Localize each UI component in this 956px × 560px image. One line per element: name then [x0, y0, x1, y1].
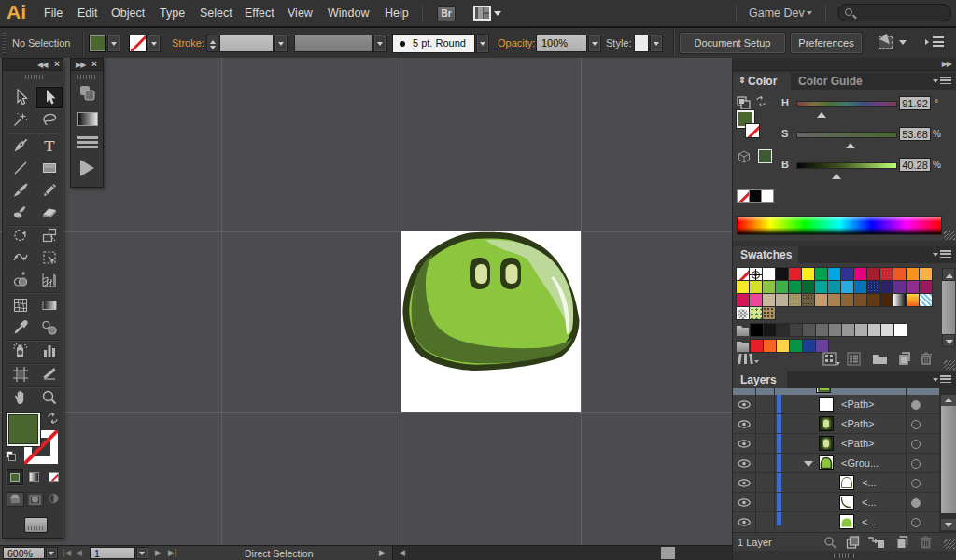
svg-text:T: T [44, 137, 55, 154]
